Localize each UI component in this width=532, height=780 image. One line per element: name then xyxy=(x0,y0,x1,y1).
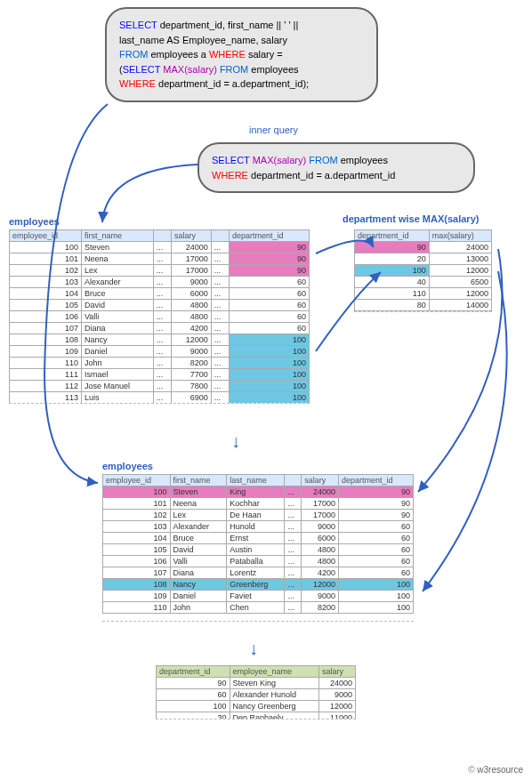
cell: ... xyxy=(153,346,171,358)
table-row: 110John...8200...100 xyxy=(10,358,310,369)
table-row: 106ValliPataballa...480060 xyxy=(103,556,414,567)
cell: Diana xyxy=(81,323,153,334)
cell: ... xyxy=(285,591,302,602)
cell: Lex xyxy=(170,510,227,521)
cell: 60 xyxy=(229,311,309,323)
table-row: 104BruceErnst...600060 xyxy=(103,533,414,544)
table-row: 108Nancy...12000...100 xyxy=(10,334,310,346)
cell: 109 xyxy=(10,346,82,358)
cell: 60 xyxy=(229,288,309,300)
col-header: department_id xyxy=(229,230,309,242)
cell: 100 xyxy=(355,265,430,277)
cell: 9000 xyxy=(172,277,212,288)
col-header: max(salary) xyxy=(429,230,491,242)
cell: 20 xyxy=(355,253,430,265)
cell: 24000 xyxy=(172,242,212,253)
table-row: 102LexDe Haan...1700090 xyxy=(103,510,414,521)
cell: ... xyxy=(285,602,302,614)
table-row: 101NeenaKochhar...1700090 xyxy=(103,498,414,510)
table-row: 60Alexander Hunold9000 xyxy=(157,689,356,701)
cell: David xyxy=(81,300,153,311)
cell: 104 xyxy=(10,288,82,300)
cell: Lorentz xyxy=(227,567,285,579)
cell: 111 xyxy=(10,369,82,381)
cell: 100 xyxy=(338,579,413,591)
cell: 110 xyxy=(10,358,82,369)
cell: ... xyxy=(153,242,171,253)
cell: ... xyxy=(211,323,229,334)
cell: 100 xyxy=(157,701,230,712)
cell: 102 xyxy=(10,265,82,277)
cell: 9000 xyxy=(302,591,339,602)
table-row: 100Nancy Greenberg12000 xyxy=(157,701,356,712)
table-row: 8014000 xyxy=(355,300,492,311)
table-row: 107Diana...4200...60 xyxy=(10,323,310,334)
cell: 107 xyxy=(10,323,82,334)
cell: John xyxy=(170,602,227,614)
cell: 106 xyxy=(103,556,171,567)
bottom-rip-1 xyxy=(9,403,310,409)
cell: Nancy Greenberg xyxy=(230,701,318,712)
cell: ... xyxy=(211,300,229,311)
cell: Steven xyxy=(170,486,227,498)
cell: 100 xyxy=(338,591,413,602)
cell: 90 xyxy=(338,498,413,510)
cell: 112 xyxy=(10,381,82,392)
bottom-rip-2 xyxy=(354,311,492,318)
cell: 102 xyxy=(103,510,171,521)
cell: 80 xyxy=(355,300,430,311)
cell: 6500 xyxy=(429,277,491,288)
cell: 6000 xyxy=(172,288,212,300)
cell: Ernst xyxy=(227,533,285,544)
cell: De Haan xyxy=(227,510,285,521)
cell: 60 xyxy=(338,533,413,544)
col-header: salary xyxy=(172,230,212,242)
table-row: 105DavidAustin...480060 xyxy=(103,544,414,556)
table-row: 103AlexanderHunold...900060 xyxy=(103,521,414,533)
cell: ... xyxy=(285,510,302,521)
cell: 101 xyxy=(10,253,82,265)
cell: 60 xyxy=(229,300,309,311)
table-row: 100Steven...24000...90 xyxy=(10,242,310,253)
cell: Kochhar xyxy=(227,498,285,510)
cell: 13000 xyxy=(429,253,491,265)
cell: ... xyxy=(153,381,171,392)
cell: Bruce xyxy=(81,288,153,300)
cell: Alexander Hunold xyxy=(230,689,318,701)
cell: Alexander xyxy=(81,277,153,288)
cell: 4200 xyxy=(172,323,212,334)
cell: 40 xyxy=(355,277,430,288)
cell: Greenberg xyxy=(227,579,285,591)
cell: 110 xyxy=(103,602,171,614)
cell: ... xyxy=(211,381,229,392)
arrow-down-2-icon: ↓ xyxy=(249,639,258,659)
cell: ... xyxy=(211,358,229,369)
cell: 105 xyxy=(103,544,171,556)
cell: 90 xyxy=(338,486,413,498)
cell: 100 xyxy=(229,346,309,358)
arrow-down-1-icon: ↓ xyxy=(231,431,240,452)
table-row: 109Daniel...9000...100 xyxy=(10,346,310,358)
cell: ... xyxy=(211,334,229,346)
cell: Valli xyxy=(170,556,227,567)
cell: 110 xyxy=(355,288,430,300)
cell: ... xyxy=(211,277,229,288)
col-header: department_id xyxy=(157,666,230,678)
cell: King xyxy=(227,486,285,498)
cell: 6000 xyxy=(302,533,339,544)
cell: ... xyxy=(153,288,171,300)
cell: 90 xyxy=(229,242,309,253)
cell: 4800 xyxy=(302,544,339,556)
cell: 104 xyxy=(103,533,171,544)
cell: Bruce xyxy=(170,533,227,544)
cell: Austin xyxy=(227,544,285,556)
cell: Valli xyxy=(81,311,153,323)
cell: 100 xyxy=(229,334,309,346)
cell: ... xyxy=(211,288,229,300)
col-header: first_name xyxy=(170,475,227,486)
cell: 17000 xyxy=(302,498,339,510)
cell: 6900 xyxy=(172,392,212,404)
cell: Luis xyxy=(81,392,153,404)
cell: 100 xyxy=(10,242,82,253)
cell: 106 xyxy=(10,311,82,323)
